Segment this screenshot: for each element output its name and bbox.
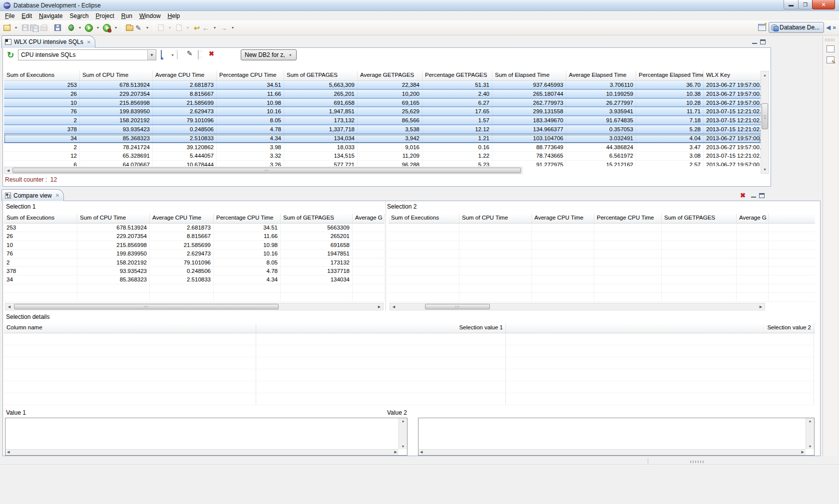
table-row[interactable] [389,241,815,250]
open-perspective-icon[interactable] [758,21,767,33]
column-header-average-g[interactable]: Average G [737,214,769,223]
table-row[interactable] [389,250,815,258]
table-row[interactable] [389,258,815,267]
column-header-percentage-cpu-time[interactable]: Percentage CPU Time [594,214,662,223]
window-minimize-button[interactable]: ▬ [784,0,799,9]
column-header-sum-of-getpages[interactable]: Sum of GETPAGES [284,71,358,80]
column-header-sum-of-executions[interactable]: Sum of Executions [4,71,80,80]
table-row[interactable]: 76199.8399502.62947310.161947851 [4,250,385,258]
table-row[interactable] [4,369,815,381]
scroll-down-icon[interactable]: ▼ [761,166,769,173]
editor-minimize-icon[interactable] [752,40,757,44]
column-header-sum-of-cpu-time[interactable]: Sum of CPU Time [80,71,153,80]
column-header-average-getpages[interactable]: Average GETPAGES [358,71,422,80]
debug-icon[interactable] [66,22,75,34]
table-row[interactable] [4,357,815,369]
next-annotation-dropdown-icon[interactable]: ▾ [165,22,174,34]
back-icon[interactable]: ← [201,22,210,34]
previous-annotation-dropdown-icon[interactable]: ▾ [183,22,192,34]
column-header-average-g[interactable]: Average G [353,214,385,223]
value2-vertical-scrollbar[interactable]: ▲▼ [806,418,814,449]
table-row[interactable] [389,224,815,232]
column-header-sum-of-getpages[interactable]: Sum of GETPAGES [281,214,353,223]
tab-close-icon[interactable]: ✕ [86,39,91,45]
menu-file[interactable]: File [1,12,18,20]
perspective-more-chevron-icon[interactable]: » [833,24,836,30]
scroll-left-icon[interactable]: ◀ [5,303,13,310]
next-annotation-icon[interactable] [156,22,165,34]
column-header-selection-value-2[interactable]: Selection value 2 [506,323,814,333]
column-header-wlx-key[interactable]: WLX Key [704,71,761,80]
run-sql-dropdown-icon[interactable]: ▾ [111,22,120,34]
selection-sash[interactable] [386,201,386,311]
back-dropdown-icon[interactable]: ▾ [210,22,219,34]
results-vertical-scrollbar[interactable]: ▲ ▼ [761,71,769,174]
table-row[interactable] [389,267,815,275]
table-row[interactable]: 26229.2073548.81566711.66265201 [4,232,385,241]
table-row[interactable]: 37893.9354230.2485064.781337718 [4,267,385,275]
selection1-horizontal-scrollbar[interactable]: ◀ ▶ [5,303,384,310]
scroll-right-icon[interactable]: ▶ [757,303,765,310]
value1-textarea[interactable]: ▲▼ ◀▶ [5,418,408,456]
editor-maximize-icon[interactable] [760,39,766,44]
previous-annotation-icon[interactable] [174,22,183,34]
column-header-column-name[interactable]: Column name [4,323,256,333]
tab-wlx-cpu-intensive-sqls[interactable]: WLX CPU intensive SQLs ✕ [1,35,95,48]
column-header-selection-value-1[interactable]: Selection value 1 [256,323,506,333]
table-row[interactable]: 253678.5139242.68187334.515,663,30922,38… [4,81,761,90]
column-header-percentage-getpages[interactable]: Percentage GETPAGES [422,71,492,80]
scroll-up-icon[interactable]: ▲ [761,71,769,79]
run-icon[interactable] [84,22,93,34]
table-row[interactable]: 37893.9354230.2485064.781,337,7183,53812… [4,125,761,134]
pen-tool-dropdown-icon[interactable]: ▾ [143,22,152,34]
table-row[interactable] [4,345,815,357]
compare-minimize-icon[interactable] [751,194,756,198]
table-row[interactable] [389,232,815,241]
save-all-icon[interactable] [29,22,39,34]
new-db2-button[interactable]: New DB2 for z,▾ [241,49,297,60]
table-row[interactable]: 76199.8399502.62947310.161,947,85125,629… [4,107,761,116]
table-row[interactable]: 10215.85699821.58569910.98691,65869,1656… [4,99,761,108]
sql-scrapbook-icon[interactable] [53,22,62,34]
delete-report-icon[interactable]: ✖ [209,50,214,57]
add-report-icon[interactable] [161,50,162,59]
restore-views-icon[interactable] [827,45,835,52]
forward-icon[interactable]: → [219,22,228,34]
value1-horizontal-scrollbar[interactable]: ◀▶ [5,449,399,455]
fast-view-icon[interactable]: ◀ [826,24,831,30]
window-close-button[interactable]: ✕ [812,0,835,9]
table-row[interactable] [389,284,815,293]
last-edit-location-icon[interactable]: ↩ [192,22,201,34]
column-header-sum-of-cpu-time[interactable]: Sum of CPU Time [459,214,532,223]
table-row[interactable] [4,333,815,345]
column-header-average-elapsed-time[interactable]: Average Elapsed Time [566,71,636,80]
column-header-percentage-cpu-time[interactable]: Percentage CPU Time [217,71,284,80]
scroll-left-icon[interactable]: ◀ [4,167,12,174]
edit-report-icon[interactable]: ✎ [187,50,193,57]
column-header-sum-of-executions[interactable]: Sum of Executions [389,214,459,223]
column-header-sum-of-elapsed-time[interactable]: Sum of Elapsed Time [492,71,566,80]
run-dropdown-icon[interactable]: ▾ [93,22,102,34]
window-maximize-button[interactable]: ❐ [798,0,813,9]
table-row[interactable]: 253678.5139242.68187334.515663309 [4,224,385,232]
table-row[interactable]: 2158.20219279.1010968.05173132 [4,258,385,267]
column-header-average-cpu-time[interactable]: Average CPU Time [153,71,217,80]
menu-edit[interactable]: Edit [18,12,35,20]
table-row[interactable]: 664.07066710.6784443.26577,72196,2885.23… [4,161,761,166]
status-drag-handle[interactable] [690,461,704,463]
scroll-right-icon[interactable]: ▶ [376,303,383,310]
results-horizontal-scrollbar[interactable]: ◀ [4,167,522,174]
compare-maximize-icon[interactable] [759,193,765,198]
column-header-percentage-elapsed-time[interactable]: Percentage Elapsed Time [636,71,704,80]
pen-tool-icon[interactable]: ✎ [134,22,143,34]
column-header-average-cpu-time[interactable]: Average CPU Time [532,214,594,223]
table-row[interactable] [4,393,815,405]
selection2-horizontal-scrollbar[interactable]: ◀ ▶ [390,303,765,310]
menu-project[interactable]: Project [92,12,117,20]
table-row[interactable]: 278.24172439.1208623.9818,0339,0160.1688… [4,143,761,152]
tab-compare-view[interactable]: Compare view ✕ [1,189,64,201]
menu-navigate[interactable]: Navigate [35,12,66,20]
column-header-sum-of-cpu-time[interactable]: Sum of CPU Time [77,214,150,223]
save-icon[interactable] [20,22,29,34]
menu-run[interactable]: Run [118,12,136,20]
